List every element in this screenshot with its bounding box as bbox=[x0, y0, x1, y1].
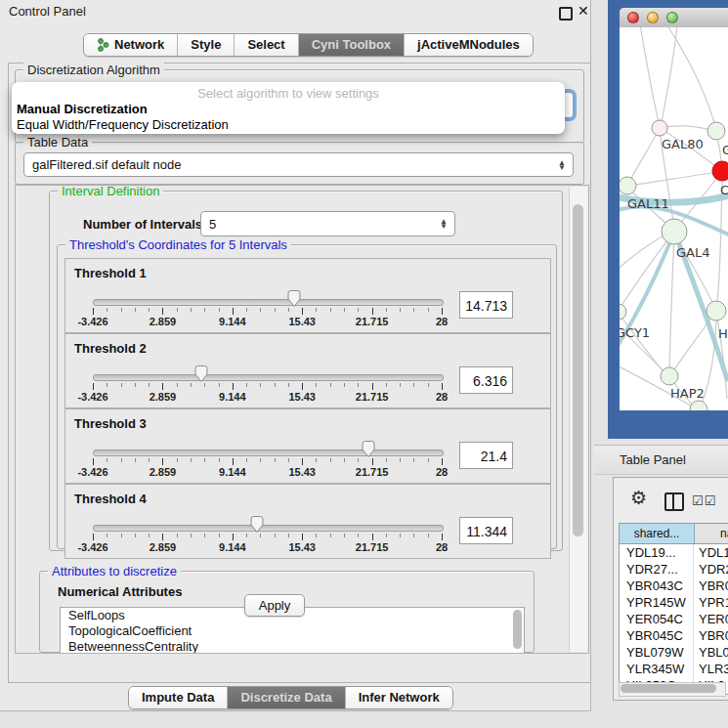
slider-minor-tick bbox=[219, 383, 220, 387]
slider-major-tick bbox=[442, 458, 443, 465]
number-of-intervals-combobox[interactable]: 5 ▲▼ bbox=[200, 211, 455, 236]
panel-scrollbar-track[interactable] bbox=[569, 187, 587, 652]
table-hscrollbar-thumb[interactable] bbox=[621, 684, 716, 693]
table-row[interactable]: YBL079WYBL0 bbox=[620, 644, 728, 661]
attribute-list-item[interactable]: BetweennessCentrality bbox=[61, 639, 524, 654]
cell-shared-name[interactable]: YDL19... bbox=[620, 544, 694, 561]
threshold-label: Threshold 3 bbox=[74, 416, 147, 431]
tab-style[interactable]: Style bbox=[177, 34, 234, 56]
slider-minor-tick bbox=[219, 308, 220, 312]
cell-name[interactable]: YLR3 bbox=[694, 661, 728, 677]
cell-name[interactable]: YBR0 bbox=[694, 578, 728, 594]
table-row[interactable]: YER054CYER0 bbox=[620, 611, 728, 627]
network-node-node-h[interactable] bbox=[707, 301, 726, 321]
interval-definition-group: Interval Definition Number of Intervals … bbox=[49, 191, 563, 551]
slider-major-tick bbox=[442, 383, 443, 390]
cell-name[interactable]: YBL0 bbox=[694, 644, 728, 661]
algorithm-option-manual[interactable]: Manual Discretization bbox=[17, 102, 148, 116]
network-node-node-bottom[interactable] bbox=[690, 401, 707, 410]
gear-icon[interactable]: ⚙ bbox=[630, 489, 647, 507]
network-node-GCY1[interactable] bbox=[620, 304, 626, 320]
tab-discretize-data[interactable]: Discretize Data bbox=[227, 687, 344, 708]
float-panel-icon[interactable] bbox=[559, 7, 573, 21]
tab-network[interactable]: Network bbox=[84, 34, 177, 56]
table-row[interactable]: YPR145WYPR1 bbox=[620, 594, 728, 611]
slider-tick-label: 15.43 bbox=[275, 391, 329, 403]
threshold-panel-2: Threshold 2-3.4262.8599.14415.4321.71528… bbox=[64, 333, 551, 408]
close-window-icon[interactable] bbox=[627, 12, 639, 23]
select-columns-icon[interactable]: ☑☑ bbox=[692, 493, 716, 508]
table-data-combobox[interactable]: galFiltered.sif default node ▲▼ bbox=[23, 152, 574, 177]
slider-track[interactable] bbox=[93, 299, 444, 306]
split-columns-icon[interactable] bbox=[664, 492, 684, 511]
network-node-GAL4[interactable] bbox=[662, 219, 687, 244]
threshold-value-field[interactable]: 11.344 bbox=[459, 517, 513, 544]
slider-thumb[interactable] bbox=[286, 289, 302, 308]
threshold-value-field[interactable]: 14.713 bbox=[459, 291, 513, 319]
cell-shared-name[interactable]: YBR043C bbox=[620, 578, 694, 594]
table-row[interactable]: YLR345WYLR3 bbox=[620, 661, 728, 677]
list-scrollbar[interactable] bbox=[513, 610, 522, 649]
slider-thumb[interactable] bbox=[361, 440, 376, 458]
tab-impute-data[interactable]: Impute Data bbox=[129, 687, 227, 708]
cell-name[interactable]: YBR0 bbox=[694, 627, 728, 644]
attribute-list-item[interactable]: TopologicalCoefficient bbox=[61, 623, 524, 639]
slider-track[interactable] bbox=[93, 374, 444, 381]
tab-cyni-toolbox[interactable]: Cyni Toolbox bbox=[298, 34, 404, 56]
network-node-HAP2[interactable] bbox=[661, 367, 678, 385]
slider-tick-label: 9.144 bbox=[205, 466, 260, 478]
threshold-label: Threshold 4 bbox=[74, 492, 147, 506]
apply-button[interactable]: Apply bbox=[244, 594, 305, 617]
cell-name[interactable]: YDL1 bbox=[694, 544, 728, 561]
network-canvas[interactable]: GAL80GACGAL11GAL4GCY1HHAP2 bbox=[620, 27, 728, 410]
network-node-node-top-right[interactable] bbox=[707, 122, 725, 140]
network-edge bbox=[620, 311, 666, 375]
network-node-node-red[interactable] bbox=[712, 161, 728, 181]
cell-shared-name[interactable]: YPR145W bbox=[620, 594, 694, 611]
cell-shared-name[interactable]: YDR27... bbox=[620, 561, 694, 578]
tab-jactivemnodules[interactable]: jActiveMNodules bbox=[404, 34, 533, 56]
slider-track[interactable] bbox=[93, 450, 444, 456]
slider-minor-tick bbox=[316, 383, 317, 387]
cell-shared-name[interactable]: YBR045C bbox=[620, 627, 694, 644]
algorithm-option-equal-width[interactable]: Equal Width/Frequency Discretization bbox=[17, 117, 229, 132]
slider-tick-label: 2.859 bbox=[135, 466, 190, 478]
cell-shared-name[interactable]: YBL079W bbox=[620, 644, 694, 661]
slider-minor-tick bbox=[358, 458, 359, 462]
threshold-value-field[interactable]: 21.4 bbox=[459, 442, 513, 469]
tab-select[interactable]: Select bbox=[234, 34, 297, 56]
node-label-GAL80: GAL80 bbox=[662, 137, 704, 151]
slider-minor-tick bbox=[386, 308, 387, 312]
slider-minor-tick bbox=[149, 534, 150, 537]
table-row[interactable]: YDR27...YDR2 bbox=[620, 561, 728, 578]
network-node-GAL11[interactable] bbox=[620, 177, 636, 194]
tab-infer-network[interactable]: Infer Network bbox=[345, 687, 452, 708]
table-hscrollbar-track[interactable] bbox=[619, 682, 726, 697]
close-panel-icon[interactable]: ✕ bbox=[578, 3, 589, 19]
cell-name[interactable]: YDR2 bbox=[694, 561, 728, 578]
slider-track[interactable] bbox=[93, 525, 444, 532]
network-node-GAL80[interactable] bbox=[652, 120, 667, 136]
slider-thumb[interactable] bbox=[249, 515, 265, 534]
slider-minor-tick bbox=[204, 458, 205, 462]
column-header-shared-name[interactable]: shared... bbox=[620, 524, 695, 543]
table-row[interactable]: YDL19...YDL1 bbox=[620, 544, 728, 561]
slider-tick-label: 2.859 bbox=[135, 316, 190, 327]
cell-name[interactable]: YPR1 bbox=[694, 594, 728, 611]
table-row[interactable]: YBR043CYBR0 bbox=[620, 578, 728, 594]
panel-scrollbar-thumb[interactable] bbox=[573, 204, 583, 536]
slider-minor-tick bbox=[246, 308, 247, 312]
column-header-name[interactable]: na bbox=[695, 524, 728, 543]
network-edge bbox=[628, 128, 660, 184]
threshold-value-field[interactable]: 6.316 bbox=[459, 366, 513, 394]
slider-minor-tick bbox=[219, 458, 220, 462]
zoom-window-icon[interactable] bbox=[666, 12, 678, 23]
cell-shared-name[interactable]: YER054C bbox=[620, 611, 694, 627]
cell-shared-name[interactable]: YLR345W bbox=[620, 661, 694, 677]
slider-minor-tick bbox=[275, 308, 276, 312]
slider-major-tick bbox=[302, 308, 303, 315]
minimize-window-icon[interactable] bbox=[647, 12, 659, 23]
cell-name[interactable]: YER0 bbox=[694, 611, 728, 627]
table-row[interactable]: YBR045CYBR0 bbox=[620, 627, 728, 644]
slider-thumb[interactable] bbox=[193, 364, 209, 383]
